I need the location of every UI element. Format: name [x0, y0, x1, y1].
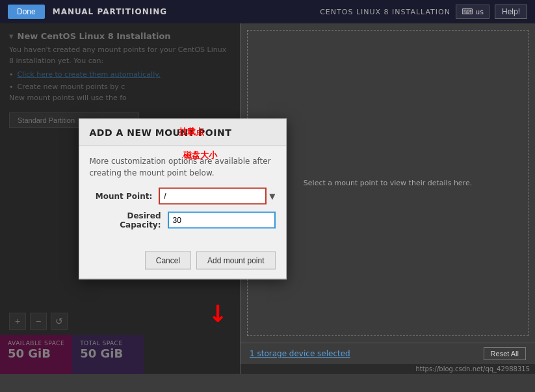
mount-point-label: Mount Point: — [90, 191, 159, 200]
cancel-button[interactable]: Cancel — [145, 251, 191, 269]
help-button[interactable]: Help! — [495, 5, 527, 19]
bottom-bar: 1 storage device selected Reset All — [241, 343, 535, 364]
app-title: MANUAL PARTITIONING — [53, 7, 167, 16]
mount-point-dropdown-arrow[interactable]: ▼ — [269, 191, 275, 200]
storage-device-link[interactable]: 1 storage device selected — [250, 349, 350, 358]
add-mount-point-button[interactable]: Add mount point — [196, 251, 275, 269]
dialog-footer: Cancel Add mount point — [79, 244, 286, 278]
keyboard-lang: us — [475, 8, 484, 16]
right-info-text: Select a mount point to view their detai… — [291, 164, 485, 202]
mount-point-input-wrap: ▼ — [159, 187, 275, 204]
dialog-body: More customization options are available… — [79, 146, 286, 244]
capacity-label: Desired Capacity: — [90, 211, 168, 229]
capacity-input[interactable] — [168, 211, 276, 228]
centos-title: CENTOS LINUX 8 INSTALLATION — [320, 8, 450, 16]
capacity-row: Desired Capacity: — [90, 211, 276, 229]
left-panel: New CentOS Linux 8 Installation You have… — [0, 23, 241, 374]
mount-point-row: Mount Point: ▼ — [90, 187, 276, 204]
reset-all-button[interactable]: Reset All — [484, 347, 526, 360]
dialog-desc: More customization options are available… — [90, 155, 276, 178]
capacity-input-wrap — [168, 211, 276, 228]
dialog-title: ADD A NEW MOUNT POINT — [79, 119, 286, 146]
top-bar-right: CENTOS LINUX 8 INSTALLATION ⌨ us Help! — [320, 5, 527, 19]
url-bar: https://blog.csdn.net/qq_42988315 — [241, 364, 535, 374]
top-bar: Done MANUAL PARTITIONING CENTOS LINUX 8 … — [0, 0, 535, 23]
dialog: ADD A NEW MOUNT POINT More customization… — [79, 118, 287, 279]
main-content: New CentOS Linux 8 Installation You have… — [0, 23, 535, 374]
keyboard-indicator[interactable]: ⌨ us — [456, 5, 489, 19]
right-info-label: Select a mount point to view their detai… — [304, 179, 472, 187]
done-button[interactable]: Done — [8, 5, 45, 19]
keyboard-icon: ⌨ — [462, 7, 473, 16]
dashed-box: Select a mount point to view their detai… — [247, 30, 528, 336]
mount-point-input[interactable] — [159, 187, 267, 204]
